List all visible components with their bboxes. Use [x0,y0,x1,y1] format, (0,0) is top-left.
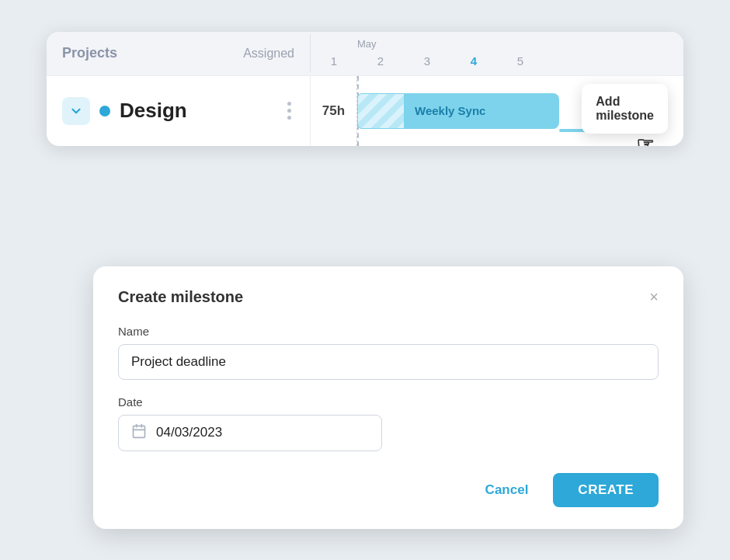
gantt-timeline: Weekly Sync Addmilestone ☞ [357,76,683,146]
gantt-header: Projects Assigned May 1 2 3 4 5 [47,32,683,75]
more-options-button[interactable] [284,99,294,123]
bar-label: Weekly Sync [415,104,485,117]
modal-header: Create milestone × [118,288,659,306]
create-button[interactable]: CREATE [553,473,659,507]
gantt-row: Design 75h Weekly Sync [47,75,683,146]
modal-actions: Cancel CREATE [118,473,659,507]
gantt-card: Projects Assigned May 1 2 3 4 5 [47,32,683,146]
gantt-header-left: Projects Assigned [47,34,311,72]
modal-wrapper: Create milestone × Name Date [93,266,683,529]
days-row: 1 2 3 4 5 [311,51,683,75]
modal-title: Create milestone [118,288,243,306]
month-row: May [311,38,683,51]
day-3: 3 [404,51,450,75]
gantt-row-left: Design [47,76,311,146]
date-label: Date [118,395,659,409]
project-name: Design [120,99,275,123]
projects-column-label: Projects [62,45,117,61]
add-milestone-tooltip[interactable]: Addmilestone ☞ [582,84,668,134]
bar-solid[interactable]: Weekly Sync [404,93,559,129]
cancel-button[interactable]: Cancel [473,475,541,506]
month-label: May [311,38,377,50]
add-milestone-label: Addmilestone [596,95,654,122]
date-value: 04/03/2023 [156,425,222,440]
date-input-wrapper[interactable]: 04/03/2023 [118,415,382,451]
name-label: Name [118,325,659,338]
close-button[interactable]: × [649,289,659,304]
date-field-group: Date 04/03/2023 [118,395,659,451]
create-milestone-modal: Create milestone × Name Date [93,266,683,529]
gantt-row-right: 75h Weekly Sync Addmilestone ☞ [311,76,683,146]
name-field-group: Name [118,325,659,380]
assigned-hours: 75h [311,76,357,146]
expand-button[interactable] [62,97,90,125]
project-dot [99,106,110,117]
name-input[interactable] [118,344,659,380]
day-4: 4 [450,51,497,75]
svg-rect-0 [134,426,145,437]
day-2: 2 [357,51,404,75]
day-1: 1 [311,51,357,75]
day-5: 5 [497,51,544,75]
gantt-header-right: May 1 2 3 4 5 [311,32,683,75]
assigned-column-label: Assigned [243,47,294,61]
calendar-icon [131,423,147,443]
cursor-icon: ☞ [636,133,654,146]
